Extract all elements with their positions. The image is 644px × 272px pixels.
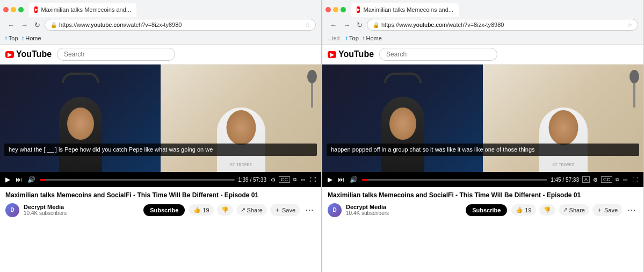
right-volume-button[interactable]: 🔊 bbox=[349, 176, 359, 183]
right-fullscreen-button[interactable]: ⛶ bbox=[631, 176, 639, 183]
right-video-info: Maximilian talks Memecoins and SocialFi … bbox=[322, 187, 643, 272]
right-bookmark-top[interactable]: t Top bbox=[346, 35, 359, 41]
right-close-button[interactable] bbox=[325, 7, 331, 12]
left-subscribe-button[interactable]: Subscribe bbox=[143, 204, 185, 216]
mic-head bbox=[307, 70, 317, 83]
left-share-button[interactable]: ↗ Share bbox=[236, 204, 267, 216]
left-fullscreen-button[interactable]: ⛶ bbox=[309, 176, 317, 183]
minimize-button[interactable] bbox=[11, 7, 16, 12]
left-like-button[interactable]: 👍 19 bbox=[189, 204, 213, 216]
left-person-webcam bbox=[0, 65, 161, 172]
right-dislike-button[interactable]: 👎 bbox=[539, 204, 555, 216]
right-forward-button[interactable]: → bbox=[341, 20, 352, 30]
right-save-button[interactable]: ＋ Save bbox=[592, 204, 622, 216]
right-address-bar-row: ← → ↻ 🔒 https://www.youtube.com/watch?v=… bbox=[325, 17, 640, 32]
left-bookmark-home[interactable]: t Home bbox=[23, 35, 41, 41]
left-like-count: 19 bbox=[202, 207, 209, 213]
right-time-display: 1:45 / 57:33 bbox=[551, 177, 579, 183]
refresh-button[interactable]: ↻ bbox=[32, 20, 42, 30]
right-subscribe-button[interactable]: Subscribe bbox=[466, 204, 507, 216]
left-more-button[interactable]: ⋯ bbox=[303, 205, 316, 215]
right-search-input[interactable] bbox=[379, 48, 497, 61]
right-person-webcam: ST. TROPEZ bbox=[161, 65, 321, 172]
right-auto-button[interactable]: A bbox=[582, 176, 590, 183]
left-time-display: 1:39 / 57:33 bbox=[238, 177, 266, 183]
maximize-button[interactable] bbox=[18, 7, 24, 12]
right-active-tab[interactable]: ▶ Maximilian talks Memecoins and... bbox=[351, 3, 459, 17]
right-miniplayer-button[interactable]: ⧉ bbox=[614, 177, 620, 183]
left-address-field[interactable]: 🔒 https://www.youtube.com/watch?v=8izx-t… bbox=[45, 19, 316, 31]
left-video-caption: hey what the [ __ ] is Pepe how did you … bbox=[4, 144, 317, 156]
yt-logo-icon: ▶ bbox=[5, 51, 14, 58]
left-next-button[interactable]: ⏭ bbox=[15, 176, 23, 183]
right-video-frame: ST. TROPEZ happen popped off in a group … bbox=[322, 65, 643, 172]
right-tab-favicon-icon: ▶ bbox=[357, 6, 360, 13]
right-refresh-button[interactable]: ↻ bbox=[354, 20, 365, 30]
left-active-tab[interactable]: ▶ Maximilian talks Memecoins and... bbox=[29, 3, 136, 17]
right-yt-header: ▶ YouTube bbox=[322, 45, 643, 65]
right-window-controls bbox=[325, 7, 346, 12]
left-search-input[interactable] bbox=[57, 48, 175, 61]
right-progress-bar[interactable] bbox=[362, 179, 547, 181]
right-share-button[interactable]: ↗ Share bbox=[559, 204, 589, 216]
left-play-button[interactable]: ▶ bbox=[4, 176, 11, 183]
left-ctrl-right: ⚙ CC ⧉ ▭ ⛶ bbox=[270, 176, 317, 183]
left-channel-info: Decrypt Media 10.4K subscribers bbox=[24, 204, 139, 216]
right-settings-button[interactable]: ⚙ bbox=[592, 177, 599, 183]
right-action-row: 👍 19 👎 ↗ Share ＋ Save ⋯ bbox=[511, 204, 638, 216]
left-dislike-button[interactable]: 👎 bbox=[217, 204, 233, 216]
right-ctrl-right: A ⚙ CC ⧉ ▭ ⛶ bbox=[582, 176, 639, 183]
left-share-icon: ↗ bbox=[241, 206, 245, 213]
right-bookmark-star-icon: ☆ bbox=[627, 22, 632, 28]
left-miniplayer-button[interactable]: ⧉ bbox=[292, 177, 298, 183]
right-address-field[interactable]: 🔒 https://www.youtube.com/watch?v=8izx-t… bbox=[367, 19, 638, 31]
right-browser-chrome: ▶ Maximilian talks Memecoins and... ← → … bbox=[322, 0, 643, 45]
right-share-icon: ↗ bbox=[563, 206, 568, 213]
right-back-button[interactable]: ← bbox=[328, 20, 339, 30]
right-bookmark-home[interactable]: t Home bbox=[363, 35, 382, 41]
right-play-button[interactable]: ▶ bbox=[327, 176, 334, 183]
right-video-title: Maximilian talks Memecoins and SocialFi … bbox=[328, 191, 638, 200]
left-yt-logo: ▶ YouTube bbox=[5, 49, 52, 59]
right-channel-info: Decrypt Media 10.4K subscribers bbox=[346, 204, 461, 216]
left-progress-bar[interactable] bbox=[40, 179, 235, 181]
right-cc-button[interactable]: CC bbox=[601, 176, 612, 183]
forward-button[interactable]: → bbox=[19, 20, 30, 30]
right-left-person-webcam bbox=[322, 65, 483, 172]
bookmark-star-icon: ☆ bbox=[305, 22, 310, 28]
right-channel-avatar: D bbox=[328, 203, 342, 217]
right-more-button[interactable]: ⋯ bbox=[625, 205, 638, 215]
right-next-button[interactable]: ⏭ bbox=[337, 176, 345, 183]
right-maximize-button[interactable] bbox=[341, 7, 346, 12]
left-video-container: ST. TROPEZ hey what the [ __ ] is Pepe h… bbox=[0, 65, 321, 187]
left-video-info: Maximilian talks Memecoins and SocialFi … bbox=[0, 187, 321, 272]
left-channel-name: Decrypt Media bbox=[24, 204, 139, 210]
right-right-person-webcam: ST. TROPEZ bbox=[483, 65, 643, 172]
left-bookmark-top[interactable]: t Top bbox=[5, 35, 18, 41]
close-button[interactable] bbox=[3, 7, 9, 12]
right-bookmarks-bar: ...ted t Top t Home bbox=[325, 32, 640, 44]
right-address-url: https://www.youtube.com/watch?v=8izx-ty8… bbox=[381, 22, 625, 28]
right-dislike-icon: 👎 bbox=[544, 206, 551, 213]
left-like-icon: 👍 bbox=[193, 206, 201, 213]
left-progress-fill bbox=[40, 179, 46, 181]
left-save-button[interactable]: ＋ Save bbox=[270, 204, 300, 216]
right-twitter-icon-top: t bbox=[346, 35, 348, 41]
right-like-count: 19 bbox=[525, 207, 531, 213]
left-browser-pane: ▶ Maximilian talks Memecoins and... ← → … bbox=[0, 0, 322, 272]
lock-icon: 🔒 bbox=[50, 22, 57, 28]
left-browser-chrome: ▶ Maximilian talks Memecoins and... ← → … bbox=[0, 0, 321, 45]
right-video-container: ST. TROPEZ happen popped off in a group … bbox=[322, 65, 643, 187]
left-channel-row: D Decrypt Media 10.4K subscribers Subscr… bbox=[5, 203, 316, 217]
right-video-caption: happen popped off in a group chat so it … bbox=[327, 144, 639, 156]
left-dislike-icon: 👎 bbox=[221, 206, 229, 213]
right-like-button[interactable]: 👍 19 bbox=[511, 204, 536, 216]
back-button[interactable]: ← bbox=[5, 20, 17, 30]
left-settings-button[interactable]: ⚙ bbox=[270, 177, 277, 183]
left-theater-button[interactable]: ▭ bbox=[300, 177, 307, 182]
right-minimize-button[interactable] bbox=[333, 7, 338, 12]
right-theater-button[interactable]: ▭ bbox=[622, 177, 629, 182]
right-save-icon: ＋ bbox=[597, 206, 603, 214]
left-cc-button[interactable]: CC bbox=[279, 176, 290, 183]
left-volume-button[interactable]: 🔊 bbox=[26, 176, 37, 183]
